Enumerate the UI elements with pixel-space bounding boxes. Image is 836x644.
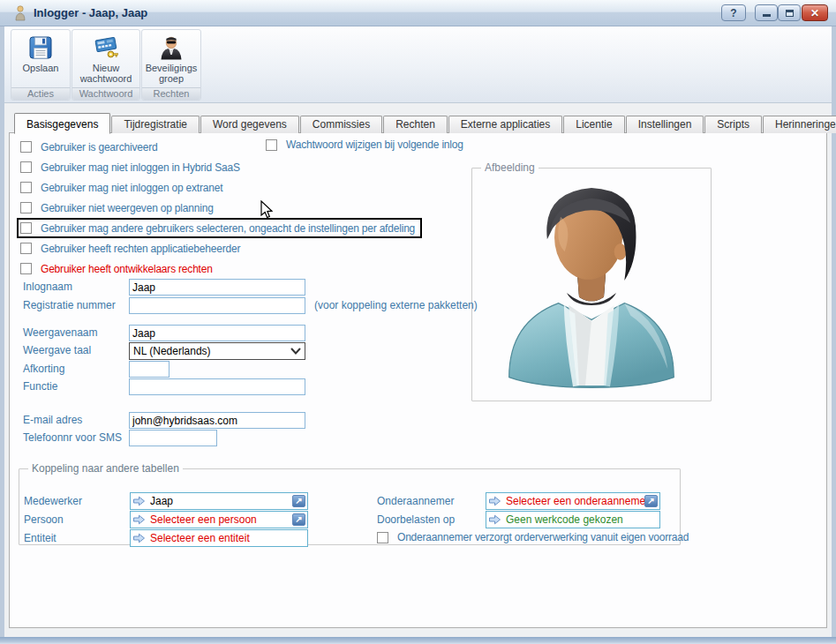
form-row-afkorting: Afkorting bbox=[10, 361, 469, 378]
tab-strip: Basisgegevens Tijdregistratie Word gegev… bbox=[14, 112, 836, 133]
afkorting-input[interactable] bbox=[129, 361, 169, 378]
tab-label: Externe applicaties bbox=[461, 118, 550, 131]
ribbon-group-acties: Opslaan Acties bbox=[11, 29, 71, 101]
registratie-input[interactable] bbox=[129, 297, 305, 314]
close-button[interactable]: ✕ bbox=[802, 4, 828, 21]
checkbox-row[interactable]: Gebruiker heeft rechten applicatiebeheer… bbox=[17, 238, 247, 258]
popup-icon[interactable]: ↗ bbox=[292, 495, 305, 507]
go-arrow-icon bbox=[132, 514, 146, 525]
tab-label: Commissies bbox=[313, 118, 370, 131]
ribbon-group-rechten: Beveiligings groep Rechten bbox=[141, 29, 201, 101]
checkbox[interactable] bbox=[20, 182, 32, 193]
link-combo[interactable]: Selecteer een entiteit ↗ bbox=[130, 529, 308, 547]
tab[interactable]: Herinneringen bbox=[763, 116, 836, 133]
tab[interactable]: Commissies bbox=[300, 116, 382, 133]
minimize-button[interactable] bbox=[755, 4, 778, 21]
link-combo[interactable]: Selecteer een persoon ↗ bbox=[130, 511, 308, 528]
security-group-icon bbox=[157, 34, 185, 62]
checkbox-row[interactable]: Gebruiker niet weergeven op planning bbox=[17, 198, 221, 218]
checkbox-row[interactable]: Gebruiker is gearchiveerd bbox=[17, 137, 164, 157]
checkbox-label: Wachtwoord wijzigen bij volgende inlog bbox=[286, 139, 463, 151]
security-group-button[interactable]: Beveiligings groep bbox=[142, 30, 200, 88]
checkbox-label: Gebruiker mag andere gebruikers selecter… bbox=[41, 222, 415, 235]
option-subcontractor-stock[interactable]: Onderaannemer verzorgt orderverwerking v… bbox=[377, 531, 689, 543]
checkbox-label: Gebruiker is gearchiveerd bbox=[41, 141, 157, 154]
popup-icon[interactable]: ↗ bbox=[644, 495, 658, 507]
checkbox[interactable] bbox=[377, 532, 388, 543]
field-label: Weergavenaam bbox=[23, 326, 98, 339]
title-bar: Inlogger - Jaap, Jaap ? ✕ bbox=[0, 0, 836, 26]
person-icon bbox=[14, 5, 26, 21]
window-title: Inlogger - Jaap, Jaap bbox=[34, 6, 147, 19]
checkbox-row[interactable]: Gebruiker heeft ontwikkelaars rechten bbox=[17, 258, 220, 279]
form-row-functie: Functie bbox=[10, 378, 469, 396]
tab-label: Scripts bbox=[717, 118, 749, 131]
checkbox[interactable] bbox=[20, 161, 32, 173]
link-combo-value: Geen werkcode gekozen bbox=[506, 513, 623, 526]
go-arrow-icon bbox=[132, 496, 146, 506]
checkbox-label: Gebruiker heeft ontwikkelaars rechten bbox=[41, 263, 213, 275]
tab[interactable]: Basisgegevens bbox=[14, 113, 110, 134]
link-row: Medewerker Jaap ↗ bbox=[24, 492, 333, 511]
checkbox[interactable] bbox=[20, 243, 32, 254]
telefoon-input[interactable] bbox=[129, 430, 217, 446]
link-combo[interactable]: Jaap ↗ bbox=[130, 492, 308, 510]
tab[interactable]: Externe applicaties bbox=[448, 116, 562, 133]
tab[interactable]: Rechten bbox=[383, 116, 448, 133]
ribbon-toolbar: Opslaan Acties bbox=[4, 26, 832, 103]
tab[interactable]: Tijdregistratie bbox=[111, 116, 200, 133]
inlognaam-input[interactable] bbox=[129, 279, 305, 296]
checkbox-label: Gebruiker mag niet inloggen op extranet bbox=[41, 182, 222, 194]
tab[interactable]: Licentie bbox=[563, 116, 624, 133]
field-label: Doorbelasten op bbox=[377, 513, 455, 526]
form-row-weergavenaam: Weergavenaam bbox=[10, 325, 469, 342]
tab-label: Word gegevens bbox=[213, 118, 287, 131]
form-row-telefoon: Telefoonnr voor SMS bbox=[10, 430, 469, 447]
checkbox[interactable] bbox=[266, 139, 277, 151]
checkbox-label: Gebruiker mag niet inloggen in Hybrid Sa… bbox=[41, 161, 240, 174]
maximize-button[interactable] bbox=[778, 4, 801, 21]
ribbon-caption-rechten: Rechten bbox=[142, 87, 200, 100]
functie-input[interactable] bbox=[129, 378, 305, 395]
checkbox-row[interactable]: Gebruiker mag andere gebruikers selecter… bbox=[17, 218, 422, 238]
option-list: Gebruiker is gearchiveerd Gebruiker mag … bbox=[20, 137, 422, 279]
checkbox-label: Gebruiker niet weergeven op planning bbox=[41, 202, 214, 214]
save-button[interactable]: Opslaan bbox=[11, 30, 70, 88]
tab-label: Instellingen bbox=[638, 118, 692, 131]
new-password-icon bbox=[92, 34, 120, 62]
email-input[interactable] bbox=[129, 412, 305, 429]
field-label: Telefoonnr voor SMS bbox=[23, 431, 122, 444]
field-label: Registratie nummer bbox=[23, 299, 116, 311]
weergave-taal-select[interactable]: NL (Nederlands) bbox=[129, 342, 305, 360]
link-combo[interactable]: Selecteer een onderaannemer ↗ bbox=[486, 492, 660, 510]
save-button-label: Opslaan bbox=[11, 63, 70, 73]
field-label: Medewerker bbox=[24, 495, 82, 507]
option-password-change[interactable]: Wachtwoord wijzigen bij volgende inlog bbox=[266, 139, 463, 151]
form-row-registratie: Registratie nummer (voor koppeling exter… bbox=[10, 297, 557, 315]
maximize-icon bbox=[786, 10, 794, 17]
checkbox-label: Gebruiker heeft rechten applicatiebeheer… bbox=[41, 243, 240, 255]
help-button[interactable]: ? bbox=[721, 4, 746, 21]
window-bottom-border bbox=[0, 637, 836, 644]
checkbox-row[interactable]: Gebruiker mag niet inloggen in Hybrid Sa… bbox=[17, 157, 247, 177]
app-window: Inlogger - Jaap, Jaap ? ✕ Opslaan bbox=[0, 0, 836, 644]
checkbox[interactable] bbox=[20, 141, 32, 153]
link-list-right: Onderaannemer Selecteer een onderaanneme… bbox=[377, 492, 677, 529]
tab[interactable]: Scripts bbox=[704, 116, 762, 133]
link-combo-value: Selecteer een persoon bbox=[150, 513, 257, 526]
tab[interactable]: Instellingen bbox=[626, 116, 704, 133]
weergavenaam-input[interactable] bbox=[129, 325, 305, 341]
checkbox[interactable] bbox=[20, 222, 32, 234]
checkbox-row[interactable]: Gebruiker mag niet inloggen op extranet bbox=[17, 177, 230, 198]
checkbox[interactable] bbox=[20, 202, 32, 213]
popup-icon[interactable]: ↗ bbox=[292, 513, 305, 526]
checkbox[interactable] bbox=[20, 263, 32, 274]
tab-label: Basisgegevens bbox=[26, 118, 98, 131]
link-combo-value: Selecteer een onderaannemer bbox=[506, 495, 649, 507]
link-combo[interactable]: Geen werkcode gekozen ↗ bbox=[486, 511, 660, 528]
checkbox-label: Onderaannemer verzorgt orderverwerking v… bbox=[397, 531, 689, 543]
field-label: Inlognaam bbox=[23, 281, 72, 293]
field-label: Afkorting bbox=[23, 363, 64, 375]
tab[interactable]: Word gegevens bbox=[200, 116, 299, 133]
new-password-button[interactable]: Nieuw wachtwoord bbox=[72, 30, 139, 88]
